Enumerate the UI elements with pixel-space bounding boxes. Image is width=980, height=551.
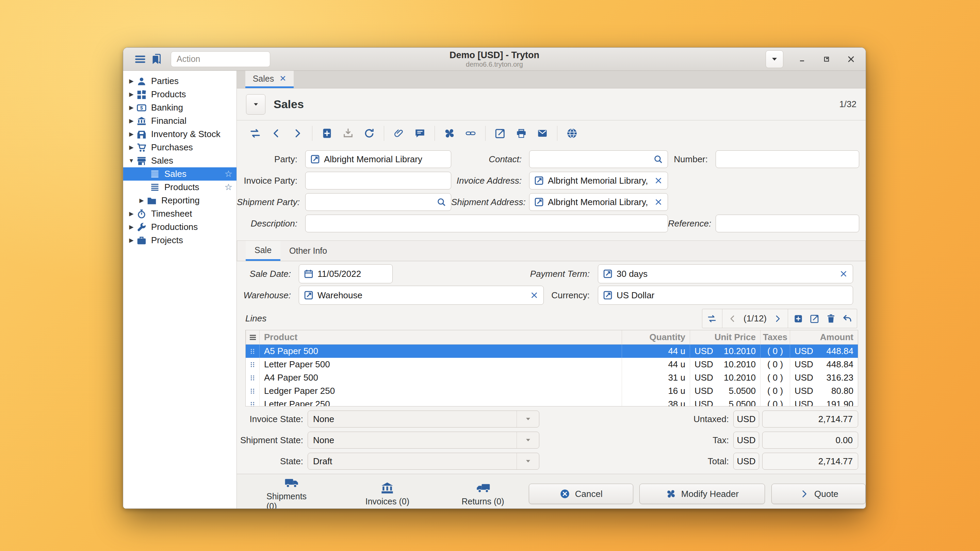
sidebar-item-productions[interactable]: ▶ Productions: [123, 221, 237, 233]
minimize-button[interactable]: [796, 53, 808, 65]
favorite-star-icon[interactable]: ☆: [224, 169, 232, 179]
action-input[interactable]: [171, 51, 270, 67]
favorite-star-icon[interactable]: ☆: [224, 182, 232, 192]
open-link-icon[interactable]: [534, 197, 544, 207]
state-select[interactable]: Draft: [308, 453, 539, 470]
modify-header-button[interactable]: Modify Header: [640, 484, 765, 504]
bookmarks-button[interactable]: [148, 51, 165, 67]
tab-sale[interactable]: Sale: [246, 241, 280, 261]
caret-right-icon[interactable]: ▶: [126, 91, 137, 98]
invoice-state-select[interactable]: None: [308, 411, 539, 427]
caret-right-icon[interactable]: ▶: [126, 118, 137, 124]
column-header-amount[interactable]: Amount: [790, 330, 858, 344]
description-field[interactable]: [305, 214, 668, 232]
open-link-icon[interactable]: [310, 154, 320, 164]
web-button[interactable]: [564, 125, 580, 141]
clear-icon[interactable]: [654, 176, 663, 185]
print-button[interactable]: [514, 125, 529, 141]
column-header-quantity[interactable]: Quantity: [622, 330, 690, 344]
maximize-button[interactable]: [821, 53, 832, 65]
returns-button[interactable]: Returns (0): [457, 482, 508, 507]
calendar-icon[interactable]: [304, 269, 314, 279]
sidebar-item-financial[interactable]: ▶ Financial: [123, 114, 237, 127]
sidebar-item-projects[interactable]: ▶ Projects: [123, 233, 237, 247]
drag-handle-icon[interactable]: [246, 345, 259, 358]
sidebar-item-banking[interactable]: ▶ $ Banking: [123, 101, 237, 114]
sidebar-item-purchases[interactable]: ▶ Purchases: [123, 141, 237, 154]
open-link-icon[interactable]: [603, 290, 613, 300]
relate-button[interactable]: [463, 125, 479, 141]
sidebar-item-products[interactable]: ▶ Products: [123, 88, 237, 101]
currency-field[interactable]: US Dollar: [598, 286, 853, 305]
attachment-button[interactable]: [391, 125, 407, 141]
sidebar-item-sales-reporting[interactable]: ▶ Reporting: [123, 194, 237, 207]
party-field[interactable]: Albright Memorial Library: [305, 150, 451, 168]
open-link-icon[interactable]: [534, 176, 544, 186]
payment-term-field[interactable]: 30 days: [598, 264, 853, 283]
drag-handle-icon[interactable]: [246, 371, 259, 384]
close-icon[interactable]: ✕: [279, 74, 286, 83]
sidebar-item-sales-products[interactable]: Products ☆: [123, 181, 237, 194]
lines-next-button[interactable]: [769, 311, 786, 327]
number-field[interactable]: [716, 150, 859, 168]
lines-previous-button[interactable]: [724, 311, 741, 327]
action-launcher-button[interactable]: [442, 125, 457, 141]
open-link-icon[interactable]: [304, 290, 314, 300]
lines-undo-button[interactable]: [839, 311, 856, 327]
sidebar-item-sales-sales[interactable]: Sales ☆: [123, 167, 237, 181]
expander-button[interactable]: [246, 94, 266, 114]
table-row[interactable]: A5 Paper 500 44 u USD10.2010 ( 0 ) USD44…: [246, 345, 858, 358]
window-menu-button[interactable]: [765, 50, 783, 68]
hamburger-menu-button[interactable]: [132, 51, 148, 67]
email-button[interactable]: [535, 125, 550, 141]
table-row[interactable]: A4 Paper 500 31 u USD10.2010 ( 0 ) USD31…: [246, 371, 858, 384]
note-button[interactable]: [412, 125, 428, 141]
table-row[interactable]: Letter Paper 250 38 u USD5.0500 ( 0 ) US…: [246, 398, 858, 407]
invoice-address-field[interactable]: Albright Memorial Library, 500: [529, 172, 668, 189]
tab-other-info[interactable]: Other Info: [280, 241, 336, 261]
sale-date-field[interactable]: 11/05/2022: [299, 264, 393, 283]
caret-down-icon[interactable]: ▼: [126, 157, 137, 164]
table-row[interactable]: Letter Paper 500 44 u USD10.2010 ( 0 ) U…: [246, 358, 858, 371]
new-record-button[interactable]: [319, 125, 335, 141]
caret-right-icon[interactable]: ▶: [137, 197, 147, 204]
caret-right-icon[interactable]: ▶: [126, 210, 137, 218]
save-button[interactable]: [340, 125, 356, 141]
column-header-product[interactable]: Product: [259, 330, 622, 344]
shipment-party-field[interactable]: [305, 193, 451, 211]
search-icon[interactable]: [653, 154, 663, 164]
previous-record-button[interactable]: [269, 125, 284, 141]
search-icon[interactable]: [436, 197, 447, 207]
column-header-unit-price[interactable]: Unit Price: [690, 330, 760, 344]
quote-button[interactable]: Quote: [772, 484, 865, 504]
shipments-button[interactable]: Shipments (0): [266, 476, 318, 508]
clear-icon[interactable]: [839, 269, 848, 279]
sidebar-item-inventory-stock[interactable]: ▶ Inventory & Stock: [123, 127, 237, 141]
cancel-button[interactable]: Cancel: [529, 484, 633, 504]
open-link-icon[interactable]: [603, 269, 613, 279]
shipment-address-field[interactable]: Albright Memorial Library, 500: [529, 193, 668, 211]
next-record-button[interactable]: [290, 125, 305, 141]
lines-open-button[interactable]: [807, 311, 823, 327]
table-row[interactable]: Ledger Paper 250 16 u USD5.0500 ( 0 ) US…: [246, 384, 858, 398]
contact-field[interactable]: [529, 150, 668, 168]
lines-delete-button[interactable]: [823, 311, 839, 327]
sidebar-item-sales[interactable]: ▼ Sales: [123, 154, 237, 167]
columns-menu-button[interactable]: [246, 330, 259, 344]
drag-handle-icon[interactable]: [246, 358, 259, 371]
tab-sales[interactable]: Sales ✕: [245, 71, 294, 88]
switch-view-button[interactable]: [247, 125, 263, 141]
lines-switch-view-button[interactable]: [704, 311, 720, 327]
invoice-party-field[interactable]: [305, 172, 451, 189]
warehouse-field[interactable]: Warehouse: [299, 286, 544, 305]
drag-handle-icon[interactable]: [246, 384, 259, 398]
clear-icon[interactable]: [654, 197, 663, 207]
lines-add-button[interactable]: [790, 311, 807, 327]
refresh-button[interactable]: [361, 125, 377, 141]
caret-right-icon[interactable]: ▶: [126, 237, 137, 244]
invoices-button[interactable]: Invoices (0): [362, 482, 413, 507]
clear-icon[interactable]: [530, 291, 539, 300]
open-report-button[interactable]: [492, 125, 508, 141]
sidebar-item-parties[interactable]: ▶ Parties: [123, 75, 237, 88]
close-button[interactable]: [845, 53, 857, 65]
